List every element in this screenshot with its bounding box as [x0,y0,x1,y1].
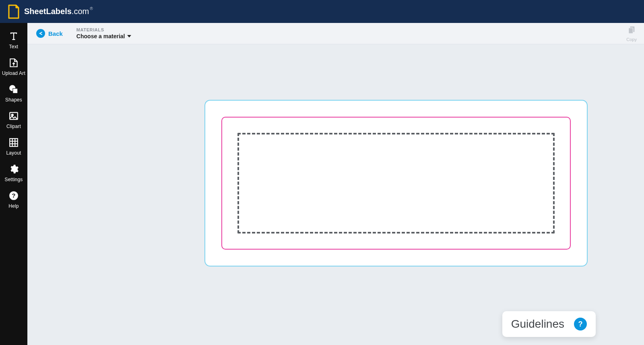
sidebar-item-help[interactable]: ? Help [0,186,27,213]
sidebar-item-label: Settings [5,177,23,182]
brand-logo[interactable]: SheetLabels.com® [7,4,93,19]
back-label: Back [48,30,63,37]
sidebar-item-label: Text [9,44,19,50]
gear-icon [8,163,20,175]
materials-block: MATERIALS Choose a material [76,27,132,39]
main-area: Back MATERIALS Choose a material Copy [27,23,644,345]
copy-label: Copy [626,37,637,42]
guidelines-help-icon: ? [574,318,587,331]
brand-registered: ® [90,6,93,11]
sidebar-item-label: Help [8,203,19,209]
svg-rect-1 [13,89,18,93]
guidelines-title: Guidelines [511,318,564,331]
material-selected-value: Choose a material [76,33,125,39]
sidebar-item-layout[interactable]: Layout [0,133,27,160]
sidebar-item-shapes[interactable]: Shapes [0,80,27,107]
guidelines-panel-toggle[interactable]: Guidelines ? [502,311,596,337]
label-safe-zone [237,133,555,233]
svg-rect-8 [629,28,633,33]
sidebar-item-label: Shapes [5,97,22,103]
shapes-icon [8,83,20,95]
tool-sidebar: Text Upload Art Shapes Clipart Layout [0,23,27,345]
image-icon [8,110,20,122]
upload-icon [8,57,20,69]
brand-bold: SheetLabels [24,7,72,16]
back-button[interactable]: Back [36,29,63,38]
top-toolbar: Back MATERIALS Choose a material Copy [27,23,644,44]
copy-icon [627,25,636,36]
text-icon [8,30,20,42]
sidebar-item-label: Upload Art [2,70,25,76]
svg-point-3 [12,114,13,116]
design-canvas[interactable]: Guidelines ? [27,44,644,345]
sidebar-item-text[interactable]: Text [0,27,27,54]
sidebar-item-upload[interactable]: Upload Art [0,54,27,80]
body-wrap: Text Upload Art Shapes Clipart Layout [0,23,644,345]
brand-light: .com [72,7,89,16]
sidebar-item-label: Clipart [6,124,21,129]
sidebar-item-settings[interactable]: Settings [0,160,27,186]
material-dropdown[interactable]: Choose a material [76,33,132,39]
materials-heading: MATERIALS [76,27,132,32]
app-header: SheetLabels.com® [0,0,644,23]
grid-icon [8,136,20,149]
sidebar-item-label: Layout [6,150,21,156]
sidebar-item-clipart[interactable]: Clipart [0,107,27,133]
chevron-down-icon [127,35,131,37]
back-arrow-icon [36,29,45,38]
svg-text:?: ? [12,192,15,199]
brand-text: SheetLabels.com® [24,7,93,16]
label-bleed-boundary [204,100,588,266]
copy-button[interactable]: Copy [626,25,637,42]
help-icon: ? [8,190,20,202]
sheetlabels-logo-icon [7,4,20,19]
toolbar-right: Copy [626,23,637,44]
svg-rect-4 [10,138,18,147]
